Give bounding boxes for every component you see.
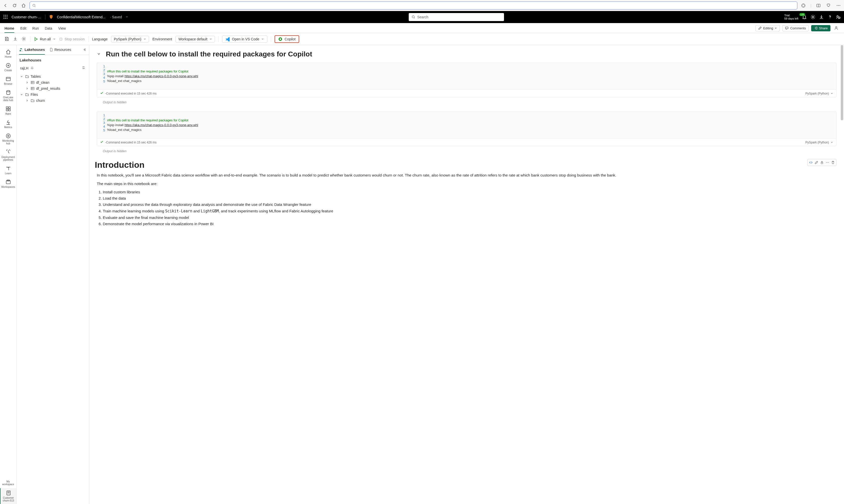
tree-file-churn[interactable]: churn (24, 97, 89, 104)
code-content[interactable]: #Run this cell to install the required p… (107, 65, 836, 88)
exec-status: -Command executed in 15 sec 426 ms (105, 92, 157, 95)
rail-browse[interactable]: Browse (0, 74, 16, 87)
rail-deployment[interactable]: Deployment pipelines (0, 147, 16, 163)
sensitivity-label[interactable]: Confidential\Microsoft Extend... (57, 15, 106, 19)
rail-my-workspace[interactable]: My workspace (0, 478, 16, 488)
environment-dropdown[interactable]: Workspace default (176, 36, 215, 42)
tab-run[interactable]: Run (32, 26, 39, 33)
output-hidden-label[interactable]: Output is hidden (97, 147, 837, 153)
extensions-icon[interactable] (801, 2, 806, 8)
refresh-icon[interactable] (12, 2, 18, 8)
svg-point-16 (812, 16, 814, 18)
output-hidden-label[interactable]: Output is hidden (97, 98, 837, 104)
more-icon[interactable] (836, 2, 842, 8)
tree-tables[interactable]: Tables (19, 73, 89, 79)
collapse-section-icon[interactable] (97, 52, 101, 57)
tab-data[interactable]: Data (45, 26, 52, 33)
comment-icon (785, 26, 789, 30)
run-all-button[interactable]: Run all (34, 37, 56, 41)
rail-metrics[interactable]: Metrics (0, 118, 16, 131)
code-content[interactable]: #Run this cell to install the required p… (107, 113, 836, 137)
chevron-down-icon (209, 38, 212, 40)
line-gutter: 12345 (97, 113, 107, 137)
rail-workspaces[interactable]: Workspaces (0, 177, 16, 190)
rail-learn[interactable]: Learn (0, 164, 16, 177)
panel-tab-resources[interactable]: Resources (49, 48, 71, 55)
settings-icon[interactable] (810, 15, 815, 20)
tab-view[interactable]: View (58, 26, 66, 33)
address-bar[interactable] (30, 1, 797, 10)
people-icon[interactable] (833, 25, 840, 31)
tree-table-dfclean[interactable]: df_clean (24, 79, 89, 86)
md-paragraph: In this notebook, you'll see a Microsoft… (97, 172, 837, 178)
back-icon[interactable] (2, 2, 8, 8)
md-body: In this notebook, you'll see a Microsoft… (97, 172, 837, 227)
save-icon[interactable] (4, 37, 10, 42)
list-item: Evaluate and save the final machine lear… (103, 215, 837, 220)
rail-monitoring[interactable]: Monitoring hub (0, 131, 16, 147)
chevron-down-icon (20, 93, 23, 96)
chevron-down-icon (143, 38, 146, 40)
notifications-badge: 125 (800, 13, 805, 16)
split-screen-icon[interactable] (815, 2, 822, 8)
stop-icon (59, 37, 63, 41)
editing-mode-button[interactable]: Editing (755, 25, 780, 31)
chevron-right-icon (25, 87, 29, 90)
stop-session-button[interactable]: Stop session (59, 37, 85, 41)
cell-status-bar: -Command executed in 15 sec 426 ms PySpa… (97, 139, 836, 146)
rail-customer-churn[interactable]: Customer churn-513 (0, 488, 16, 504)
chevron-down-icon (775, 27, 777, 29)
feedback-icon[interactable] (836, 15, 841, 20)
shield-icon (49, 15, 53, 20)
tree-files[interactable]: Files (19, 91, 89, 97)
copilot-button[interactable]: Copilot (274, 35, 299, 43)
tree-table-dfpred[interactable]: df_pred_results (24, 86, 89, 91)
waffle-icon[interactable] (3, 14, 8, 20)
explorer-tree: Tables df_clean df_pred_results Files (17, 72, 89, 105)
download-icon[interactable] (819, 15, 824, 20)
panel-tab-lakehouses[interactable]: Lakehouses (19, 48, 45, 55)
folder-icon (31, 98, 35, 103)
language-dropdown[interactable]: PySpark (Python) (111, 36, 149, 42)
lakehouse-item[interactable]: rajLH (17, 64, 89, 72)
svg-point-12 (3, 18, 4, 19)
help-icon[interactable] (827, 15, 832, 20)
scrollbar[interactable] (841, 45, 843, 120)
collapse-section-icon[interactable] (89, 162, 90, 167)
document-title[interactable]: Customer churn-5... (12, 15, 42, 19)
collapse-panel-icon[interactable] (83, 48, 87, 55)
comments-button[interactable]: Comments (782, 25, 809, 31)
chevron-down-icon[interactable] (125, 15, 128, 19)
download-icon[interactable] (13, 37, 18, 42)
separator (45, 15, 46, 20)
code-cell[interactable]: 12345 #Run this cell to install the requ… (97, 112, 837, 146)
chevron-down-icon (830, 141, 833, 144)
svg-point-3 (837, 5, 838, 6)
rail-create[interactable]: Create (0, 61, 16, 74)
rail-home[interactable]: Home (0, 47, 16, 60)
gear-icon[interactable] (21, 37, 26, 42)
svg-rect-30 (8, 109, 10, 111)
list-item: Train machine learning models using Scik… (103, 208, 837, 214)
rail-apps[interactable]: Apps (0, 104, 16, 117)
svg-point-4 (838, 5, 839, 6)
check-icon (100, 91, 104, 95)
environment-label: Environment (152, 37, 172, 41)
code-cell[interactable]: 12345 #Run this cell to install the requ… (97, 63, 837, 97)
app-search-input[interactable]: Search (409, 13, 504, 21)
pin-icon[interactable] (30, 67, 34, 70)
favorites-icon[interactable] (825, 2, 831, 8)
notebook-canvas[interactable]: Run the cell below to install the requir… (89, 45, 844, 504)
open-vscode-button[interactable]: Open in VS Code (222, 36, 267, 43)
share-button[interactable]: Share (811, 25, 830, 31)
tab-edit[interactable]: Edit (20, 26, 26, 33)
notifications-icon[interactable]: 125 (802, 15, 807, 20)
kernel-label[interactable]: PySpark (Python) (805, 141, 833, 144)
swap-icon[interactable] (82, 66, 86, 70)
rail-onelake[interactable]: OneLake data hub (0, 88, 16, 104)
tab-home[interactable]: Home (4, 26, 14, 33)
kernel-label[interactable]: PySpark (Python) (805, 92, 833, 95)
separator (88, 36, 89, 42)
markdown-cell[interactable]: Introduction In this notebook, you'll se… (97, 160, 837, 227)
home-icon[interactable] (21, 2, 26, 8)
